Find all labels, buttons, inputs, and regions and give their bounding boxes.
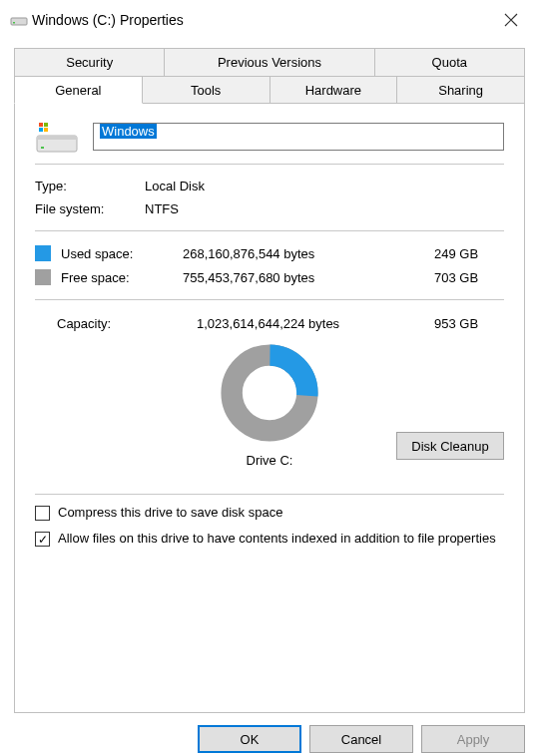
compress-label: Compress this drive to save disk space xyxy=(58,505,282,520)
separator xyxy=(35,494,504,495)
tab-general[interactable]: General xyxy=(14,76,143,104)
usage-donut-chart xyxy=(220,343,319,443)
svg-rect-5 xyxy=(39,123,43,127)
used-space-size: 249 GB xyxy=(434,246,504,261)
svg-rect-3 xyxy=(37,136,77,140)
free-space-bytes: 755,453,767,680 bytes xyxy=(183,270,430,285)
tab-quota[interactable]: Quota xyxy=(374,48,525,76)
titlebar: Windows (C:) Properties xyxy=(0,0,539,40)
capacity-bytes: 1,023,614,644,224 bytes xyxy=(197,316,434,331)
tab-security[interactable]: Security xyxy=(14,48,165,76)
separator xyxy=(35,230,504,231)
used-space-swatch xyxy=(35,245,51,261)
free-space-label: Free space: xyxy=(61,270,179,285)
drive-letter-label: Drive C: xyxy=(247,453,293,468)
capacity-size: 953 GB xyxy=(434,316,504,331)
filesystem-label: File system: xyxy=(35,201,145,216)
drive-icon xyxy=(35,122,79,152)
svg-rect-6 xyxy=(44,123,48,127)
tab-sharing[interactable]: Sharing xyxy=(396,76,525,104)
separator xyxy=(35,299,504,300)
svg-rect-0 xyxy=(11,18,27,25)
svg-rect-8 xyxy=(44,128,48,132)
separator xyxy=(35,164,504,165)
drive-mini-icon xyxy=(10,10,28,31)
svg-rect-7 xyxy=(39,128,43,132)
tab-previous-versions[interactable]: Previous Versions xyxy=(164,48,374,76)
drive-name-input[interactable]: Windows xyxy=(93,123,504,151)
apply-button[interactable]: Apply xyxy=(421,725,525,753)
tab-content-general: Windows Type: Local Disk File system: NT… xyxy=(14,103,525,713)
close-button[interactable] xyxy=(489,4,533,36)
type-value: Local Disk xyxy=(145,179,205,193)
svg-rect-4 xyxy=(41,147,44,149)
ok-button[interactable]: OK xyxy=(198,725,301,753)
used-space-label: Used space: xyxy=(61,246,179,261)
dialog-button-row: OK Cancel Apply xyxy=(0,713,539,753)
disk-cleanup-button[interactable]: Disk Cleanup xyxy=(396,432,504,460)
svg-rect-1 xyxy=(13,22,15,24)
index-label: Allow files on this drive to have conten… xyxy=(58,531,496,546)
used-space-bytes: 268,160,876,544 bytes xyxy=(183,246,430,261)
compress-checkbox[interactable] xyxy=(35,506,50,521)
drive-name-value: Windows xyxy=(100,124,157,139)
index-checkbox[interactable] xyxy=(35,532,50,547)
filesystem-value: NTFS xyxy=(145,201,179,216)
window-title: Windows (C:) Properties xyxy=(28,12,489,28)
tab-tools[interactable]: Tools xyxy=(142,76,270,104)
tab-hardware[interactable]: Hardware xyxy=(270,76,398,104)
cancel-button[interactable]: Cancel xyxy=(309,725,413,753)
tabs-container: Security Previous Versions Quota General… xyxy=(0,40,539,713)
free-space-swatch xyxy=(35,269,51,285)
type-label: Type: xyxy=(35,179,145,193)
free-space-size: 703 GB xyxy=(434,270,504,285)
capacity-label: Capacity: xyxy=(57,316,197,331)
